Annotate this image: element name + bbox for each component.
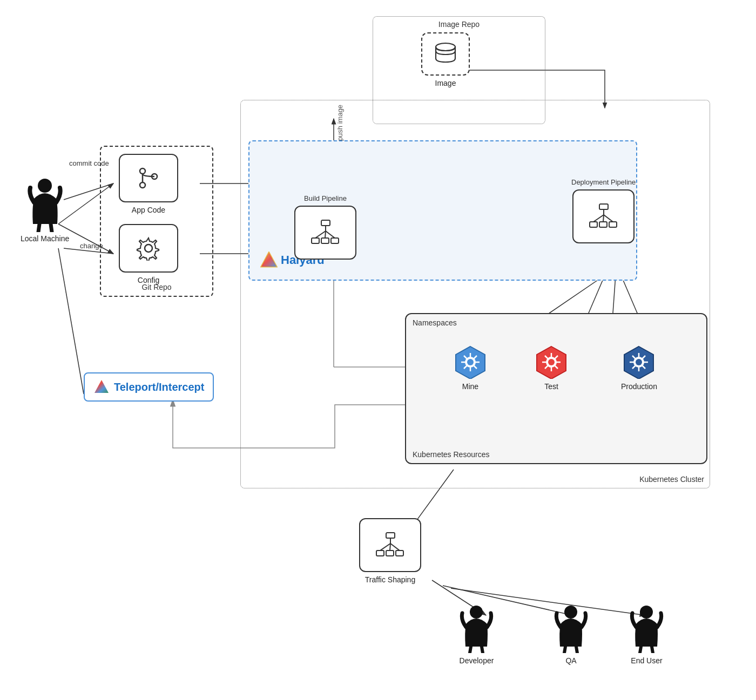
svg-point-72 (636, 359, 642, 365)
svg-line-87 (390, 543, 390, 551)
svg-line-93 (564, 647, 565, 653)
image-node: Image (421, 32, 470, 87)
svg-line-26 (51, 224, 52, 232)
local-machine-person-icon (28, 178, 63, 232)
svg-line-38 (325, 231, 326, 238)
end-user-person-icon (629, 604, 664, 653)
svg-line-94 (576, 647, 577, 653)
svg-rect-41 (590, 222, 597, 227)
svg-rect-83 (386, 551, 394, 556)
svg-rect-33 (312, 238, 319, 243)
app-code-label: App Code (132, 206, 165, 214)
svg-rect-35 (331, 238, 339, 243)
svg-line-97 (652, 647, 653, 653)
svg-line-90 (470, 647, 471, 653)
developer-label: Developer (460, 656, 494, 665)
svg-line-37 (315, 231, 326, 238)
end-user-label: End User (631, 656, 662, 665)
local-machine-node: Local Machine (21, 178, 69, 243)
test-helm-icon (535, 345, 568, 379)
svg-rect-82 (376, 551, 384, 556)
mine-node: Mine (454, 345, 487, 391)
svg-rect-43 (609, 222, 617, 227)
build-pipeline-top-label: Build Pipeline (304, 194, 347, 202)
svg-line-39 (326, 231, 335, 238)
halyard-icon (260, 252, 278, 269)
svg-rect-40 (599, 204, 608, 209)
qa-node: QA (554, 604, 589, 665)
teleport-icon (93, 379, 110, 395)
svg-line-25 (38, 224, 39, 232)
image-repo-label: Image Repo (438, 20, 480, 29)
svg-line-19 (58, 248, 84, 394)
teleport-node: Teleport/Intercept (84, 372, 214, 402)
traffic-shaping-label: Traffic Shaping (365, 575, 415, 584)
kubernetes-resources-label: Kubernetes Resources (413, 450, 489, 459)
namespaces-label: Namespaces (413, 318, 457, 327)
svg-rect-42 (599, 222, 607, 227)
production-label: Production (621, 382, 657, 391)
app-code-icon (136, 166, 161, 191)
svg-line-88 (390, 543, 400, 551)
kubernetes-cluster-label: Kubernetes Cluster (639, 475, 704, 484)
svg-rect-81 (386, 533, 395, 538)
mine-label: Mine (462, 382, 478, 391)
svg-point-50 (467, 359, 474, 365)
svg-line-91 (482, 647, 483, 653)
mine-helm-icon (454, 345, 487, 379)
build-pipeline-icon (310, 219, 341, 246)
svg-rect-34 (321, 238, 329, 243)
deployment-pipeline-top-label: Deployment Pipeline (571, 178, 636, 186)
svg-line-86 (380, 543, 390, 551)
commit-code-label: commit code (69, 159, 109, 167)
developer-person-icon (459, 604, 494, 653)
svg-point-95 (640, 606, 653, 619)
svg-marker-23 (261, 253, 276, 267)
image-icon (433, 42, 458, 66)
deployment-pipeline-icon (589, 203, 619, 230)
svg-rect-84 (396, 551, 403, 556)
svg-point-24 (38, 179, 52, 193)
traffic-shaping-icon (375, 532, 406, 559)
config-node: Config (119, 224, 178, 284)
svg-point-31 (145, 244, 152, 252)
svg-rect-32 (321, 220, 330, 226)
deployment-pipeline-node: Deployment Pipeline (571, 178, 636, 243)
svg-line-96 (640, 647, 641, 653)
traffic-shaping-node: Traffic Shaping (359, 518, 421, 584)
svg-line-46 (603, 215, 604, 222)
svg-point-28 (140, 182, 145, 188)
production-helm-icon (622, 345, 656, 379)
build-pipeline-node: Build Pipeline (294, 194, 356, 260)
test-node: Test (535, 345, 568, 391)
config-label: Config (138, 276, 159, 284)
end-user-node: End User (629, 604, 664, 665)
change-label: change (80, 242, 103, 250)
svg-point-92 (564, 606, 577, 619)
svg-point-27 (140, 168, 145, 174)
teleport-label: Teleport/Intercept (114, 381, 204, 393)
production-node: Production (621, 345, 657, 391)
qa-person-icon (554, 604, 589, 653)
svg-point-89 (470, 606, 483, 619)
developer-node: Developer (459, 604, 494, 665)
svg-marker-98 (94, 380, 109, 393)
image-label: Image (435, 79, 456, 87)
diagram: Image Repo Image push image Kubernetes C… (0, 0, 756, 700)
app-code-node: App Code (119, 154, 178, 214)
config-icon (136, 236, 161, 261)
qa-label: QA (565, 656, 576, 665)
svg-point-61 (548, 359, 555, 365)
test-label: Test (544, 382, 558, 391)
local-machine-label: Local Machine (21, 234, 69, 243)
svg-line-45 (593, 215, 604, 222)
svg-line-47 (604, 215, 613, 222)
